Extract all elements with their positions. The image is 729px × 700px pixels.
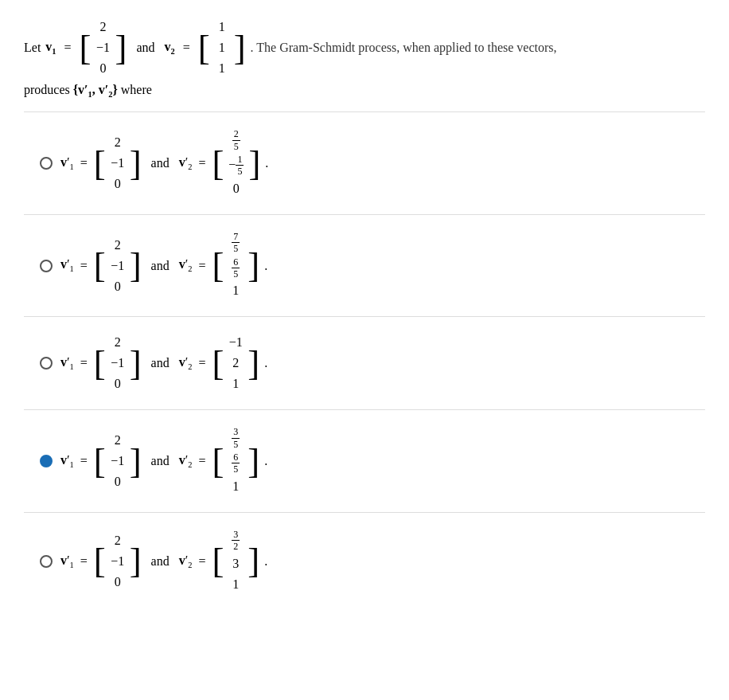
opt1-v2-matrix: 25 −15 0 xyxy=(212,127,260,200)
option-2-row: v′1 = 2 −1 0 and v′2 = 75 65 1 xyxy=(24,214,705,317)
option-3-row: v′1 = 2 −1 0 and v′2 = −1 2 1 . xyxy=(24,316,705,409)
problem-statement: Let v1 = 2 −1 0 and v2 = 1 1 1 . The Gra… xyxy=(24,16,705,80)
option-4-content: v′1 = 2 −1 0 and v′2 = 35 65 1 xyxy=(60,424,705,498)
option-5-radio[interactable] xyxy=(40,555,53,568)
produces-text: produces xyxy=(24,83,70,96)
option-1-content: v′1 = 2 −1 0 and v′2 = 25 −15 0 xyxy=(60,127,705,200)
opt1-v1-matrix: 2 −1 0 xyxy=(94,131,142,195)
option-4-radio[interactable] xyxy=(40,455,53,467)
v2-prime-label: v′2 xyxy=(179,453,193,469)
v2-prime-label: v′2 xyxy=(179,553,193,569)
cell: 1 xyxy=(215,59,229,78)
option-5-content: v′1 = 2 −1 0 and v′2 = 32 3 1 . xyxy=(60,527,705,596)
option-3-content: v′1 = 2 −1 0 and v′2 = −1 2 1 . xyxy=(60,331,705,395)
v2-prime-label: v′2 xyxy=(179,355,193,371)
opt4-v2-matrix: 35 65 1 xyxy=(212,424,259,498)
bracket-right xyxy=(234,30,246,66)
v1-prime-label: v′1 xyxy=(60,553,74,569)
matrix-cells: 2 −1 0 xyxy=(91,16,115,80)
matrix-cells: 1 1 1 xyxy=(210,16,234,80)
v1-prime-label: v′1 xyxy=(60,453,74,469)
opt3-v2-matrix: −1 2 1 xyxy=(212,331,259,395)
and-text: and xyxy=(136,41,154,55)
option-5-radio-area[interactable] xyxy=(32,555,60,568)
v1-label: v1 xyxy=(45,40,56,56)
option-1-radio[interactable] xyxy=(40,157,53,170)
option-1-radio-area[interactable] xyxy=(32,157,60,170)
opt5-v1-matrix: 2 −1 0 xyxy=(94,530,142,593)
bracket-left xyxy=(80,30,92,66)
opt4-v1-matrix: 2 −1 0 xyxy=(94,429,142,493)
where-text: where xyxy=(121,83,152,96)
v2-prime-label: v′2 xyxy=(179,257,193,273)
v1-prime-label: v′1 xyxy=(60,355,74,371)
v2-matrix: 1 1 1 xyxy=(198,16,246,80)
description-text: . The Gram-Schmidt process, when applied… xyxy=(251,41,557,55)
option-2-content: v′1 = 2 −1 0 and v′2 = 75 65 1 xyxy=(60,229,705,303)
v2-label: v2 xyxy=(165,40,175,56)
v1-prime-label: v′1 xyxy=(60,257,74,273)
equals-sign2: = xyxy=(180,41,193,55)
option-4-radio-area[interactable] xyxy=(32,455,60,467)
equals-sign: = xyxy=(61,41,75,55)
bracket-right xyxy=(115,30,127,66)
set-notation: {v′1, v′2} xyxy=(73,83,121,96)
option-3-radio[interactable] xyxy=(40,357,53,370)
option-4-row: v′1 = 2 −1 0 and v′2 = 35 65 1 xyxy=(24,409,705,512)
option-2-radio[interactable] xyxy=(40,260,53,272)
opt3-v1-matrix: 2 −1 0 xyxy=(94,331,142,395)
let-text: Let xyxy=(24,41,41,55)
cell: −1 xyxy=(96,38,110,57)
cell: 1 xyxy=(215,18,229,37)
option-2-radio-area[interactable] xyxy=(32,260,60,272)
v2-prime-label: v′2 xyxy=(179,155,193,171)
option-5-row: v′1 = 2 −1 0 and v′2 = 32 3 1 . xyxy=(24,512,705,610)
v1-matrix: 2 −1 0 xyxy=(80,16,127,80)
option-3-radio-area[interactable] xyxy=(32,357,60,370)
opt2-v2-matrix: 75 65 1 xyxy=(212,229,259,303)
cell: 0 xyxy=(96,59,110,78)
option-1-row: v′1 = 2 −1 0 and v′2 = 25 −15 0 xyxy=(24,111,705,214)
v1-prime-label: v′1 xyxy=(60,155,74,171)
opt5-v2-matrix: 32 3 1 xyxy=(212,527,259,596)
bracket-left xyxy=(198,30,210,66)
produces-line: produces {v′1, v′2} where xyxy=(24,83,705,99)
opt2-v1-matrix: 2 −1 0 xyxy=(94,234,142,298)
cell: 2 xyxy=(96,18,110,37)
cell: 1 xyxy=(215,38,229,57)
